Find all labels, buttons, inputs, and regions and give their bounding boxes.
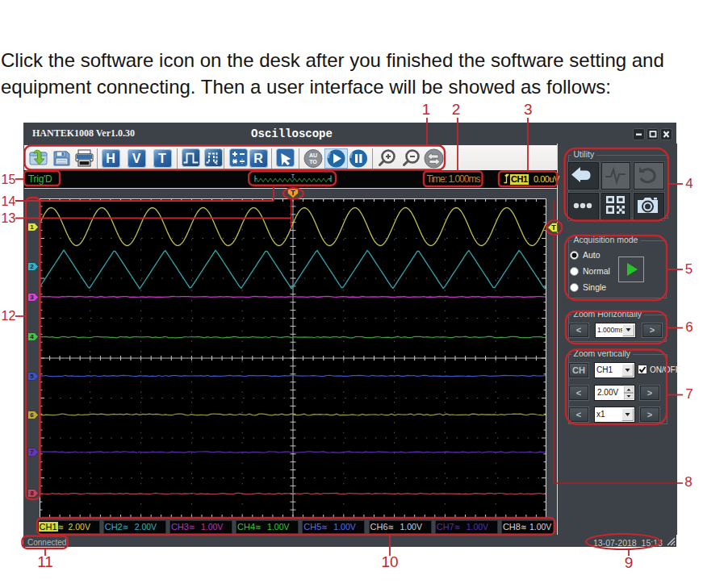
svg-text:8: 8 xyxy=(30,490,34,497)
svg-text:T: T xyxy=(291,189,295,197)
svg-text:5: 5 xyxy=(30,373,34,380)
svg-text:TO: TO xyxy=(309,159,317,165)
svg-text:T: T xyxy=(551,223,556,231)
svg-text:4: 4 xyxy=(30,333,34,340)
svg-text:3: 3 xyxy=(30,294,34,301)
svg-text:2: 2 xyxy=(30,263,34,270)
svg-text:6: 6 xyxy=(30,411,34,419)
svg-text:7: 7 xyxy=(30,448,34,456)
svg-text:AU: AU xyxy=(309,152,317,158)
svg-text:1: 1 xyxy=(30,223,34,231)
